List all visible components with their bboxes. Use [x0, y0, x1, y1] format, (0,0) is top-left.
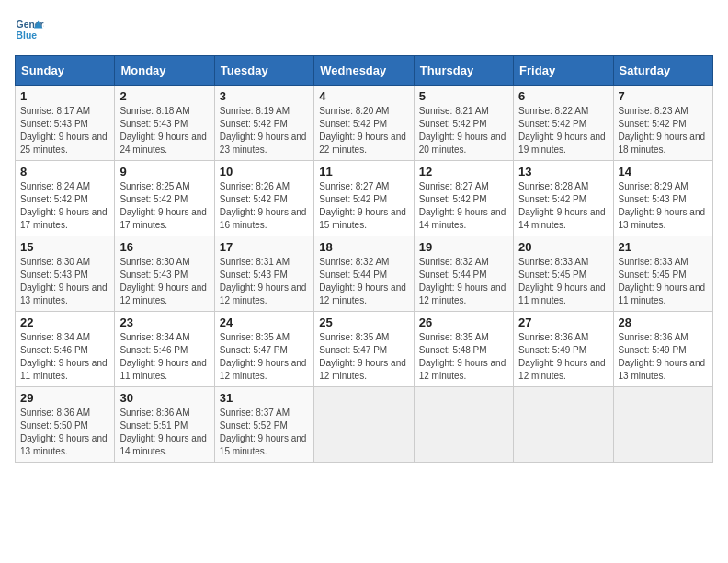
day-info: Sunrise: 8:17 AM Sunset: 5:43 PM Dayligh…: [20, 105, 109, 156]
day-number: 16: [119, 240, 209, 254]
day-number: 21: [619, 240, 708, 254]
day-number: 24: [220, 316, 309, 329]
day-info: Sunrise: 8:22 AM Sunset: 5:42 PM Dayligh…: [518, 105, 608, 156]
calendar-cell: 14 Sunrise: 8:29 AM Sunset: 5:43 PM Dayl…: [613, 161, 712, 236]
day-info: Sunrise: 8:23 AM Sunset: 5:42 PM Dayligh…: [619, 105, 708, 156]
calendar-cell: 10 Sunrise: 8:26 AM Sunset: 5:42 PM Dayl…: [214, 161, 313, 236]
day-info: Sunrise: 8:33 AM Sunset: 5:45 PM Dayligh…: [518, 256, 608, 307]
day-info: Sunrise: 8:32 AM Sunset: 5:44 PM Dayligh…: [419, 256, 508, 307]
calendar-cell: 26 Sunrise: 8:35 AM Sunset: 5:48 PM Dayl…: [414, 312, 513, 387]
calendar-cell: 25 Sunrise: 8:35 AM Sunset: 5:47 PM Dayl…: [314, 312, 414, 387]
day-info: Sunrise: 8:34 AM Sunset: 5:46 PM Dayligh…: [119, 331, 209, 383]
dow-header-saturday: Saturday: [613, 56, 712, 86]
day-number: 26: [419, 316, 508, 329]
day-info: Sunrise: 8:27 AM Sunset: 5:42 PM Dayligh…: [419, 180, 508, 232]
day-number: 25: [319, 316, 408, 329]
svg-text:Blue: Blue: [17, 30, 38, 40]
calendar-cell: 19 Sunrise: 8:32 AM Sunset: 5:44 PM Dayl…: [414, 236, 513, 312]
calendar-cell: [514, 387, 613, 463]
calendar-cell: 12 Sunrise: 8:27 AM Sunset: 5:42 PM Dayl…: [414, 161, 513, 236]
day-info: Sunrise: 8:30 AM Sunset: 5:43 PM Dayligh…: [20, 256, 109, 307]
calendar-cell: [414, 387, 513, 463]
day-info: Sunrise: 8:36 AM Sunset: 5:50 PM Dayligh…: [20, 407, 109, 458]
header: General Blue: [15, 15, 713, 44]
day-info: Sunrise: 8:25 AM Sunset: 5:42 PM Dayligh…: [119, 180, 209, 232]
calendar-cell: 24 Sunrise: 8:35 AM Sunset: 5:47 PM Dayl…: [214, 312, 313, 387]
day-info: Sunrise: 8:26 AM Sunset: 5:42 PM Dayligh…: [220, 180, 309, 232]
day-info: Sunrise: 8:29 AM Sunset: 5:43 PM Dayligh…: [619, 180, 708, 232]
calendar-cell: 9 Sunrise: 8:25 AM Sunset: 5:42 PM Dayli…: [115, 161, 214, 236]
day-info: Sunrise: 8:19 AM Sunset: 5:42 PM Dayligh…: [220, 105, 309, 156]
day-number: 14: [619, 165, 708, 178]
day-number: 2: [119, 89, 209, 103]
calendar-cell: 20 Sunrise: 8:33 AM Sunset: 5:45 PM Dayl…: [514, 236, 613, 312]
dow-header-friday: Friday: [514, 56, 613, 86]
calendar-cell: 5 Sunrise: 8:21 AM Sunset: 5:42 PM Dayli…: [414, 86, 513, 161]
day-number: 9: [119, 165, 209, 178]
day-number: 31: [220, 391, 309, 405]
day-number: 19: [419, 240, 508, 254]
day-number: 20: [518, 240, 608, 254]
day-info: Sunrise: 8:28 AM Sunset: 5:42 PM Dayligh…: [518, 180, 608, 232]
calendar-cell: 4 Sunrise: 8:20 AM Sunset: 5:42 PM Dayli…: [314, 86, 414, 161]
calendar-cell: 13 Sunrise: 8:28 AM Sunset: 5:42 PM Dayl…: [514, 161, 613, 236]
day-number: 28: [619, 316, 708, 329]
day-info: Sunrise: 8:24 AM Sunset: 5:42 PM Dayligh…: [20, 180, 109, 232]
day-info: Sunrise: 8:21 AM Sunset: 5:42 PM Dayligh…: [419, 105, 508, 156]
calendar-cell: 17 Sunrise: 8:31 AM Sunset: 5:43 PM Dayl…: [214, 236, 313, 312]
day-number: 6: [518, 89, 608, 103]
day-number: 17: [220, 240, 309, 254]
dow-header-sunday: Sunday: [16, 56, 115, 86]
day-number: 29: [20, 391, 109, 405]
day-info: Sunrise: 8:32 AM Sunset: 5:44 PM Dayligh…: [319, 256, 408, 307]
day-number: 8: [20, 165, 109, 178]
day-info: Sunrise: 8:18 AM Sunset: 5:43 PM Dayligh…: [119, 105, 209, 156]
day-number: 5: [419, 89, 508, 103]
calendar: SundayMondayTuesdayWednesdayThursdayFrid…: [15, 55, 713, 463]
calendar-cell: 6 Sunrise: 8:22 AM Sunset: 5:42 PM Dayli…: [514, 86, 613, 161]
logo-icon: General Blue: [15, 15, 44, 44]
day-number: 1: [20, 89, 109, 103]
day-number: 12: [419, 165, 508, 178]
day-number: 13: [518, 165, 608, 178]
day-number: 10: [220, 165, 309, 178]
calendar-cell: 1 Sunrise: 8:17 AM Sunset: 5:43 PM Dayli…: [16, 86, 115, 161]
calendar-cell: 18 Sunrise: 8:32 AM Sunset: 5:44 PM Dayl…: [314, 236, 414, 312]
day-info: Sunrise: 8:35 AM Sunset: 5:47 PM Dayligh…: [220, 331, 309, 383]
calendar-cell: 8 Sunrise: 8:24 AM Sunset: 5:42 PM Dayli…: [16, 161, 115, 236]
day-number: 4: [319, 89, 408, 103]
day-info: Sunrise: 8:20 AM Sunset: 5:42 PM Dayligh…: [319, 105, 408, 156]
dow-header-monday: Monday: [115, 56, 214, 86]
day-number: 3: [220, 89, 309, 103]
day-number: 23: [119, 316, 209, 329]
day-info: Sunrise: 8:27 AM Sunset: 5:42 PM Dayligh…: [319, 180, 408, 232]
logo: General Blue: [15, 15, 44, 44]
day-info: Sunrise: 8:30 AM Sunset: 5:43 PM Dayligh…: [119, 256, 209, 307]
calendar-cell: 2 Sunrise: 8:18 AM Sunset: 5:43 PM Dayli…: [115, 86, 214, 161]
calendar-cell: 16 Sunrise: 8:30 AM Sunset: 5:43 PM Dayl…: [115, 236, 214, 312]
day-info: Sunrise: 8:36 AM Sunset: 5:49 PM Dayligh…: [619, 331, 708, 383]
calendar-cell: 21 Sunrise: 8:33 AM Sunset: 5:45 PM Dayl…: [613, 236, 712, 312]
day-number: 22: [20, 316, 109, 329]
day-info: Sunrise: 8:31 AM Sunset: 5:43 PM Dayligh…: [220, 256, 309, 307]
day-info: Sunrise: 8:36 AM Sunset: 5:51 PM Dayligh…: [119, 407, 209, 458]
calendar-cell: 11 Sunrise: 8:27 AM Sunset: 5:42 PM Dayl…: [314, 161, 414, 236]
day-number: 30: [119, 391, 209, 405]
calendar-cell: [613, 387, 712, 463]
calendar-cell: 31 Sunrise: 8:37 AM Sunset: 5:52 PM Dayl…: [214, 387, 313, 463]
dow-header-thursday: Thursday: [414, 56, 513, 86]
calendar-cell: 7 Sunrise: 8:23 AM Sunset: 5:42 PM Dayli…: [613, 86, 712, 161]
day-number: 18: [319, 240, 408, 254]
day-info: Sunrise: 8:35 AM Sunset: 5:47 PM Dayligh…: [319, 331, 408, 383]
calendar-cell: 22 Sunrise: 8:34 AM Sunset: 5:46 PM Dayl…: [16, 312, 115, 387]
dow-header-wednesday: Wednesday: [314, 56, 414, 86]
day-info: Sunrise: 8:34 AM Sunset: 5:46 PM Dayligh…: [20, 331, 109, 383]
dow-header-tuesday: Tuesday: [214, 56, 313, 86]
calendar-cell: 23 Sunrise: 8:34 AM Sunset: 5:46 PM Dayl…: [115, 312, 214, 387]
day-number: 11: [319, 165, 408, 178]
day-number: 15: [20, 240, 109, 254]
calendar-cell: 30 Sunrise: 8:36 AM Sunset: 5:51 PM Dayl…: [115, 387, 214, 463]
calendar-cell: 28 Sunrise: 8:36 AM Sunset: 5:49 PM Dayl…: [613, 312, 712, 387]
calendar-cell: [314, 387, 414, 463]
day-info: Sunrise: 8:36 AM Sunset: 5:49 PM Dayligh…: [518, 331, 608, 383]
